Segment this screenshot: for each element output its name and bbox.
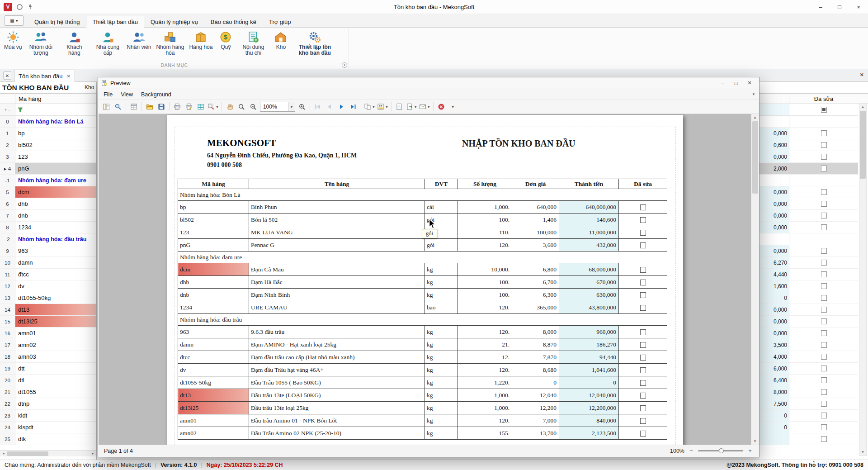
grid-item-row[interactable]: 5dcm bbox=[0, 186, 96, 198]
edited-checkbox[interactable] bbox=[821, 401, 827, 407]
item-code-cell[interactable]: dt1055 bbox=[15, 386, 96, 398]
edited-checkbox[interactable] bbox=[821, 283, 827, 289]
menubar-overflow-icon[interactable]: ▼ bbox=[752, 92, 755, 96]
item-code-cell[interactable]: bl502 bbox=[15, 139, 96, 151]
grid-item-row-right[interactable]: 0,000 bbox=[760, 316, 858, 328]
grid-item-row-right[interactable]: 6,270 bbox=[760, 257, 858, 269]
edited-checkbox[interactable] bbox=[821, 189, 827, 195]
tabstrip-close-icon[interactable]: ✕ bbox=[3, 71, 11, 80]
customer-button[interactable]: Khách hàng bbox=[57, 29, 91, 57]
grid-item-row-right[interactable]: 8,000 bbox=[760, 386, 858, 398]
edited-cell[interactable] bbox=[789, 222, 858, 233]
watermark-button[interactable]: A bbox=[393, 101, 405, 112]
item-code-cell[interactable]: amn01 bbox=[15, 328, 96, 339]
grid-item-row-right[interactable]: 7,500 bbox=[760, 398, 858, 410]
grid-item-row[interactable]: 10damn bbox=[0, 257, 96, 269]
edited-checkbox[interactable] bbox=[821, 424, 827, 430]
more-options-button[interactable]: ▼ bbox=[447, 101, 459, 112]
edited-cell[interactable] bbox=[789, 304, 858, 316]
edited-checkbox[interactable] bbox=[821, 248, 827, 254]
product-button[interactable]: Hàng hóa bbox=[187, 29, 215, 57]
application-menu-button[interactable]: ▦▾ bbox=[5, 15, 24, 26]
grid-item-row-right[interactable]: 6,000 bbox=[760, 363, 858, 375]
document-map-button[interactable] bbox=[100, 101, 112, 112]
item-code-cell[interactable]: đtcc bbox=[15, 269, 96, 280]
grid-item-row-right[interactable]: 4,440 bbox=[760, 269, 858, 280]
item-code-cell[interactable]: Nhóm hàng hóa: đạm ure bbox=[15, 175, 96, 186]
item-code-cell[interactable]: 963 bbox=[15, 245, 96, 257]
hand-tool-button[interactable] bbox=[224, 101, 236, 112]
grid-item-row-right[interactable] bbox=[760, 433, 858, 445]
item-code-cell[interactable]: klspdt bbox=[15, 422, 96, 433]
grid-item-row-right[interactable]: 0,600 bbox=[760, 139, 858, 151]
zoom-slider[interactable] bbox=[698, 450, 743, 451]
item-code-cell[interactable]: amn02 bbox=[15, 339, 96, 351]
menu-file[interactable]: File bbox=[99, 90, 117, 99]
grid-item-row[interactable]: 15dt13l25 bbox=[0, 316, 96, 328]
grid-item-row-right[interactable]: 0,000 bbox=[760, 198, 858, 210]
item-code-cell[interactable]: dtk bbox=[15, 433, 96, 445]
magnifier-button[interactable] bbox=[236, 101, 247, 112]
item-code-cell[interactable]: dt13 bbox=[15, 304, 96, 316]
grid-group-row[interactable]: -2Nhóm hàng hóa: đầu trâu bbox=[0, 233, 96, 245]
edited-checkbox[interactable] bbox=[821, 213, 827, 218]
edited-cell[interactable] bbox=[789, 316, 858, 328]
item-code-cell[interactable]: dtnp bbox=[15, 398, 96, 410]
preview-close-button[interactable]: ✕ bbox=[743, 79, 756, 88]
grid-item-row[interactable]: 20dtl bbox=[0, 375, 96, 386]
preview-maximize-button[interactable]: □ bbox=[730, 79, 742, 88]
warehouse-button[interactable]: Kho bbox=[270, 29, 292, 57]
filter-checkbox[interactable] bbox=[821, 107, 827, 113]
edited-checkbox[interactable] bbox=[821, 224, 827, 230]
zoom-out-button[interactable]: − bbox=[688, 447, 694, 454]
grid-item-row[interactable]: 13dt1055-50kg bbox=[0, 292, 96, 304]
edited-checkbox[interactable] bbox=[821, 201, 827, 207]
edited-checkbox[interactable] bbox=[821, 260, 827, 266]
menu-background[interactable]: Background bbox=[137, 90, 175, 99]
grid-item-row[interactable]: 81234 bbox=[0, 222, 96, 233]
scale-button[interactable]: ▼ bbox=[207, 101, 220, 112]
grid-item-row-right[interactable]: 0,000 bbox=[760, 222, 858, 233]
employee-button[interactable]: Nhân viên bbox=[124, 29, 153, 57]
document-tab-close-icon[interactable]: ✕ bbox=[67, 74, 71, 79]
tab-tro-giup[interactable]: Trợ giúp bbox=[263, 16, 297, 28]
grid-item-row[interactable]: 18amn03 bbox=[0, 351, 96, 363]
edited-cell[interactable] bbox=[789, 422, 858, 433]
grid-item-row-right[interactable]: 0,000 bbox=[760, 151, 858, 163]
edited-checkbox[interactable] bbox=[821, 413, 827, 418]
edited-checkbox[interactable] bbox=[821, 366, 827, 371]
preview-minimize-button[interactable]: – bbox=[716, 79, 729, 88]
scroll-up-icon[interactable]: ▲ bbox=[861, 104, 865, 110]
tab-bao-cao-thong-ke[interactable]: Báo cáo thống kê bbox=[204, 16, 263, 28]
income-expense-button[interactable]: Nội dung thu chi bbox=[236, 29, 270, 57]
edited-filter-cell[interactable] bbox=[789, 104, 858, 115]
edited-cell[interactable] bbox=[789, 386, 858, 398]
grid-item-row-right[interactable]: 3,500 bbox=[760, 339, 858, 351]
edited-checkbox[interactable] bbox=[821, 295, 827, 301]
edited-cell[interactable] bbox=[789, 163, 858, 175]
edited-checkbox[interactable] bbox=[821, 436, 827, 442]
grid-item-row[interactable]: 1bp bbox=[0, 128, 96, 139]
item-code-cell[interactable]: damn bbox=[15, 257, 96, 269]
item-code-cell[interactable]: dtl bbox=[15, 375, 96, 386]
edited-cell[interactable] bbox=[789, 139, 858, 151]
grid-item-row[interactable]: 6dhb bbox=[0, 198, 96, 210]
season-button[interactable]: Mùa vụ bbox=[2, 29, 24, 57]
edited-cell[interactable] bbox=[789, 351, 858, 363]
scrollbar-thumb[interactable] bbox=[7, 451, 48, 456]
grid-item-row[interactable]: 16amn01 bbox=[0, 328, 96, 339]
edited-cell[interactable] bbox=[789, 433, 858, 445]
edited-checkbox[interactable] bbox=[821, 377, 827, 383]
next-page-button[interactable] bbox=[335, 101, 347, 112]
edited-cell[interactable] bbox=[789, 398, 858, 410]
scroll-down-icon[interactable]: ▼ bbox=[861, 449, 865, 456]
grid-item-row-right[interactable]: 0 bbox=[760, 422, 858, 433]
edited-checkbox[interactable] bbox=[821, 342, 827, 348]
item-code-cell[interactable]: dhb bbox=[15, 198, 96, 210]
item-code-cell[interactable]: dcm bbox=[15, 186, 96, 198]
close-preview-button[interactable] bbox=[435, 101, 447, 112]
grid-item-row-right[interactable]: 6,400 bbox=[760, 375, 858, 386]
preview-titlebar[interactable]: Preview – □ ✕ bbox=[98, 77, 759, 89]
edited-cell[interactable] bbox=[789, 328, 858, 339]
tab-quan-tri-he-thong[interactable]: Quản trị hệ thống bbox=[28, 16, 86, 28]
